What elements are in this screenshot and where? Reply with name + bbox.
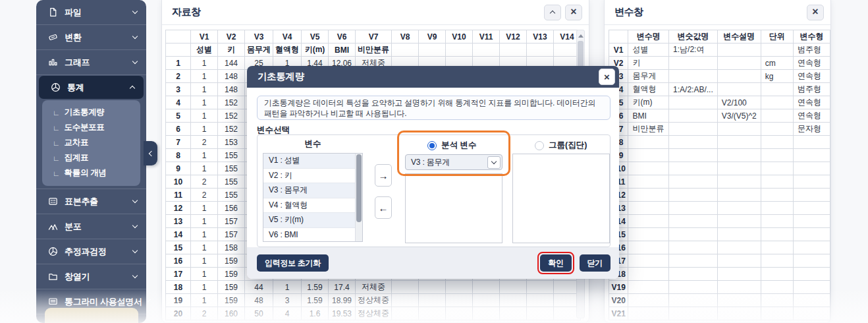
row-number[interactable]: 8: [166, 149, 191, 162]
row-label[interactable]: V19: [609, 281, 628, 294]
data-cell[interactable]: cm: [761, 57, 793, 70]
analysis-variable-listbox[interactable]: [405, 173, 502, 243]
data-cell[interactable]: [446, 307, 473, 320]
data-cell[interactable]: 1: [191, 149, 218, 162]
move-left-button[interactable]: ←: [375, 196, 392, 219]
column-header[interactable]: V5: [302, 30, 329, 44]
data-cell[interactable]: [669, 70, 718, 83]
data-cell[interactable]: 157: [218, 228, 245, 241]
data-cell[interactable]: [392, 294, 419, 307]
data-cell[interactable]: 1: [191, 83, 218, 96]
column-header[interactable]: 단위: [761, 30, 793, 44]
data-cell[interactable]: 4: [273, 307, 302, 320]
column-header[interactable]: V13: [527, 30, 554, 44]
data-cell[interactable]: [473, 281, 500, 294]
variable-list-item[interactable]: V4 : 혈액형: [263, 198, 355, 214]
data-cell[interactable]: [473, 307, 500, 320]
data-cell[interactable]: 1.6: [302, 307, 329, 320]
variable-name-header[interactable]: [473, 44, 500, 57]
row-number[interactable]: 14: [166, 228, 191, 241]
data-cell[interactable]: 연속형: [793, 109, 830, 123]
data-cell[interactable]: 1: [191, 70, 218, 83]
data-cell[interactable]: BMI: [628, 109, 669, 123]
data-cell[interactable]: 155: [218, 189, 245, 202]
data-cell[interactable]: 17.4: [329, 281, 356, 294]
column-header[interactable]: V3: [245, 30, 273, 44]
data-cell[interactable]: [717, 83, 761, 96]
row-number[interactable]: 18: [166, 281, 191, 294]
variable-name-header[interactable]: [527, 44, 554, 57]
data-window-minimize-button[interactable]: [544, 5, 561, 20]
column-header[interactable]: V2: [218, 30, 245, 44]
data-cell[interactable]: [717, 44, 761, 57]
data-cell[interactable]: 1: [191, 57, 218, 70]
data-cell[interactable]: [392, 307, 419, 320]
row-number[interactable]: 9: [166, 162, 191, 175]
data-cell[interactable]: 1: [191, 162, 218, 175]
data-cell[interactable]: 144: [218, 57, 245, 70]
row-number[interactable]: 15: [166, 241, 191, 254]
data-cell[interactable]: [761, 44, 793, 57]
column-header[interactable]: 변숫값명: [669, 30, 718, 44]
sidebar-item-graph[interactable]: 그래프: [36, 49, 146, 74]
column-header[interactable]: V12: [500, 30, 527, 44]
data-cell[interactable]: [761, 109, 793, 123]
sidebar-item-estimation-test[interactable]: 추정과검정: [36, 239, 146, 264]
data-cell[interactable]: [761, 83, 793, 96]
data-cell[interactable]: 152: [218, 123, 245, 136]
row-number[interactable]: 2: [166, 70, 191, 83]
column-header[interactable]: V7: [356, 30, 392, 44]
data-cell[interactable]: 155: [218, 175, 245, 189]
column-header[interactable]: 변수명: [628, 30, 669, 44]
data-cell[interactable]: 성별: [628, 44, 669, 57]
variable-name-header[interactable]: [500, 44, 527, 57]
confirm-button[interactable]: 확인: [540, 254, 571, 272]
data-cell[interactable]: 혈액형: [628, 83, 669, 96]
submenu-item-확률의 개념[interactable]: ∟확률의 개념: [42, 165, 140, 181]
row-number[interactable]: 7: [166, 136, 191, 149]
data-cell[interactable]: 연속형: [793, 96, 830, 109]
column-header[interactable]: V8: [392, 30, 419, 44]
data-cell[interactable]: 1.59: [302, 294, 329, 307]
variable-name-header[interactable]: 몸무게: [245, 44, 273, 57]
data-cell[interactable]: [761, 123, 793, 136]
analysis-variable-dropdown[interactable]: V3 : 몸무게: [405, 154, 502, 170]
data-cell[interactable]: 연속형: [793, 57, 830, 70]
variable-list-item[interactable]: V1 : 성별: [263, 154, 355, 169]
row-number[interactable]: 6: [166, 123, 191, 136]
column-header[interactable]: 변수형: [793, 30, 830, 44]
data-cell[interactable]: 2: [191, 136, 218, 149]
data-cell[interactable]: V2/100: [717, 96, 761, 109]
data-cell[interactable]: [419, 307, 446, 320]
row-number[interactable]: 11: [166, 189, 191, 202]
variable-name-header[interactable]: 키: [218, 44, 245, 57]
data-cell[interactable]: [446, 281, 473, 294]
variable-list-item[interactable]: V5 : 키(m): [263, 213, 355, 228]
data-cell[interactable]: [669, 57, 718, 70]
data-cell[interactable]: 문자형: [793, 123, 830, 136]
data-cell[interactable]: 1: [191, 202, 218, 215]
group-radio[interactable]: 그룹(집단): [535, 140, 587, 151]
data-cell[interactable]: 48: [245, 294, 273, 307]
data-cell[interactable]: 152: [218, 109, 245, 123]
column-header[interactable]: V4: [273, 30, 302, 44]
row-number[interactable]: 12: [166, 202, 191, 215]
scroll-up-icon[interactable]: [577, 32, 584, 40]
variable-list-item[interactable]: V6 : BMI: [263, 228, 355, 243]
data-cell[interactable]: 1.59: [302, 281, 329, 294]
data-cell[interactable]: [717, 123, 761, 136]
data-cell[interactable]: [419, 294, 446, 307]
data-cell[interactable]: 50: [245, 307, 273, 320]
data-cell[interactable]: 18.99: [329, 294, 356, 307]
listbox-scrollbar[interactable]: [355, 154, 362, 241]
row-label[interactable]: V21: [609, 307, 628, 320]
data-cell[interactable]: [527, 294, 554, 307]
modal-header[interactable]: 기초통계량 ×: [247, 66, 619, 88]
data-cell[interactable]: [473, 294, 500, 307]
data-cell[interactable]: kg: [761, 70, 793, 83]
data-cell[interactable]: 1: [191, 268, 218, 281]
sidebar-item-file[interactable]: 파일: [36, 0, 146, 24]
variable-name-header[interactable]: 비만분류: [356, 44, 392, 57]
data-cell[interactable]: [669, 109, 718, 123]
submenu-item-집계표[interactable]: ∟집계표: [42, 150, 140, 165]
